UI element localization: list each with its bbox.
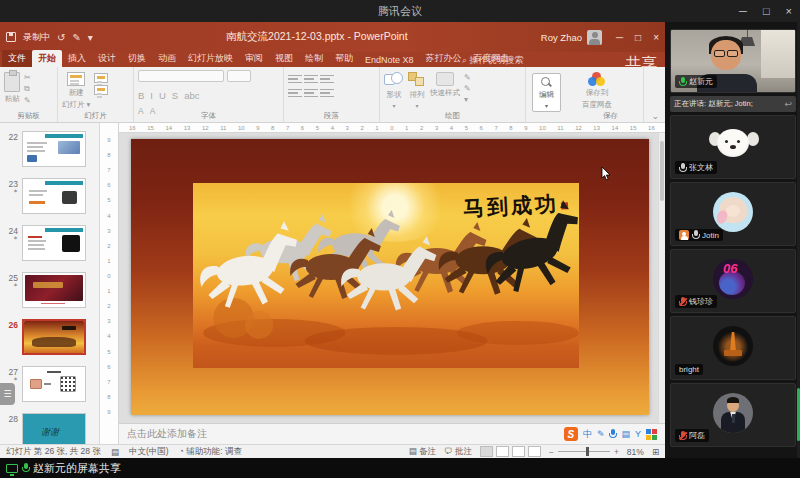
save-icon[interactable] bbox=[6, 32, 16, 42]
ime-toolbox-icon[interactable] bbox=[646, 429, 657, 440]
slide-sorter-view-button[interactable] bbox=[496, 446, 509, 457]
fit-slide-icon[interactable]: ⊞ bbox=[652, 447, 659, 457]
ribbon-tab[interactable]: 审阅 bbox=[239, 50, 269, 67]
tell-me-search[interactable]: ⌕ 操作说明搜索 bbox=[462, 54, 524, 67]
thumbnail-row-27[interactable]: 27✶ bbox=[4, 366, 99, 402]
maximize-button[interactable]: □ bbox=[763, 5, 770, 17]
accessibility-status[interactable]: ◔ 辅助功能: 调查 bbox=[179, 446, 242, 458]
font-name-input[interactable] bbox=[138, 70, 224, 82]
pen-icon[interactable]: ✎ bbox=[72, 32, 80, 43]
font-style-button[interactable]: I bbox=[150, 90, 153, 101]
ribbon-tab[interactable]: 动画 bbox=[152, 50, 182, 67]
collapse-ribbon-icon[interactable]: ⌄ bbox=[651, 111, 659, 121]
undo-icon[interactable]: ↺ bbox=[57, 32, 65, 43]
align-left-icon[interactable] bbox=[288, 87, 302, 99]
new-slide-button[interactable]: 新建 幻灯片 ▾ bbox=[62, 70, 90, 110]
slide-thumbnail-panel[interactable]: 22 23✶ bbox=[0, 123, 100, 444]
shapes-button[interactable]: 形状 ▾ bbox=[384, 70, 404, 109]
minimize-button[interactable]: ─ bbox=[739, 5, 747, 17]
thumbnail-row-24[interactable]: 24✶ bbox=[4, 225, 99, 261]
canvas-scrollbar[interactable] bbox=[658, 133, 665, 423]
arrange-button[interactable]: 排列 ▾ bbox=[408, 70, 426, 109]
ribbon-tab[interactable]: 幻灯片放映 bbox=[182, 50, 239, 67]
reset-icon[interactable] bbox=[94, 85, 108, 95]
ppt-minimize-button[interactable]: ─ bbox=[616, 32, 623, 43]
customize-caret-icon[interactable]: ▾ bbox=[88, 32, 93, 43]
ribbon-tab[interactable]: EndNote X8 bbox=[359, 53, 420, 67]
ime-pen-icon[interactable]: ✎ bbox=[597, 429, 605, 439]
ribbon-tab[interactable]: 视图 bbox=[269, 50, 299, 67]
ribbon-tab[interactable]: 插入 bbox=[62, 50, 92, 67]
zoom-level[interactable]: 81% bbox=[627, 447, 644, 457]
zoom-slider-thumb[interactable] bbox=[586, 447, 589, 456]
participant-tile[interactable]: 张文林 bbox=[670, 115, 796, 179]
font-style-button[interactable]: abc bbox=[184, 90, 199, 101]
comments-toggle-button[interactable]: 🗩 批注 bbox=[444, 446, 472, 458]
ribbon-tab[interactable]: 设计 bbox=[92, 50, 122, 67]
thumbnail-row-23[interactable]: 23✶ bbox=[4, 178, 99, 214]
sogou-ime-toolbar[interactable]: S 中 ✎ ▤ Y bbox=[564, 427, 657, 441]
side-panel-handle[interactable]: ☰ bbox=[0, 383, 15, 405]
normal-view-button[interactable] bbox=[480, 446, 493, 457]
ribbon-tab[interactable]: 切换 bbox=[122, 50, 152, 67]
font-style-button[interactable]: S bbox=[172, 90, 178, 101]
thumbnail-row-28[interactable]: 28 谢谢 bbox=[4, 413, 99, 444]
thumbnail-row-22[interactable]: 22 bbox=[4, 131, 99, 167]
participant-tile[interactable]: 阿磊 bbox=[670, 383, 796, 447]
thumbnail-row-26-selected[interactable]: 26 bbox=[4, 319, 99, 355]
cut-icon[interactable]: ✂ bbox=[24, 73, 31, 82]
slide-23-thumbnail[interactable] bbox=[22, 178, 86, 214]
ime-mic-icon[interactable] bbox=[609, 429, 616, 439]
indent-icon[interactable] bbox=[320, 73, 334, 85]
close-button[interactable]: × bbox=[786, 5, 792, 17]
align-center-icon[interactable] bbox=[304, 87, 318, 99]
layout-icon[interactable] bbox=[94, 73, 108, 83]
reply-arrow-icon[interactable]: ↩ bbox=[784, 99, 792, 109]
thumbnail-row-25[interactable]: 25✶ bbox=[4, 272, 99, 308]
slide-27-thumbnail[interactable] bbox=[22, 366, 86, 402]
horses-photo[interactable]: 马到成功 bbox=[193, 183, 579, 368]
font-style-button[interactable]: B bbox=[138, 90, 144, 101]
participant-tile[interactable]: Jotin bbox=[670, 182, 796, 246]
slide-25-thumbnail[interactable] bbox=[22, 272, 86, 308]
notes-toggle-button[interactable]: ▤ 备注 bbox=[409, 446, 436, 458]
ime-skin-icon[interactable]: Y bbox=[635, 429, 641, 439]
shape-outline-icon[interactable]: ✎ bbox=[464, 84, 471, 93]
ribbon-tab[interactable]: 苏打办公 bbox=[420, 50, 468, 67]
participant-tile[interactable]: 06 钱珍珍 bbox=[670, 249, 796, 313]
slide-canvas[interactable]: 马到成功 bbox=[119, 133, 665, 423]
quick-styles-button[interactable]: 快速样式 bbox=[430, 70, 460, 98]
columns-icon[interactable] bbox=[320, 87, 334, 99]
notes-placeholder[interactable]: 点击此处添加备注 bbox=[127, 427, 207, 441]
language-status[interactable]: 中文(中国) bbox=[129, 446, 169, 458]
save-to-baidu-button[interactable]: 保存到 百度网盘 bbox=[582, 70, 612, 110]
slide-26[interactable]: 马到成功 bbox=[131, 139, 649, 415]
slide-22-thumbnail[interactable] bbox=[22, 131, 86, 167]
reading-view-button[interactable] bbox=[512, 446, 525, 457]
ime-chinese-mode-icon[interactable]: 中 bbox=[583, 428, 592, 441]
sogou-logo-icon[interactable]: S bbox=[564, 427, 578, 441]
slideshow-view-button[interactable] bbox=[528, 446, 541, 457]
shape-effects-icon[interactable]: ▾ bbox=[464, 95, 471, 104]
participant-tile-video[interactable]: 赵新元 bbox=[670, 29, 796, 93]
participant-tile[interactable]: bright bbox=[670, 316, 796, 380]
zoom-slider[interactable]: − + bbox=[549, 447, 619, 457]
ribbon-tab[interactable]: 绘制 bbox=[299, 50, 329, 67]
paste-button[interactable]: 粘贴 bbox=[4, 70, 20, 104]
share-button[interactable]: 共享 bbox=[625, 54, 657, 65]
slide-28-thumbnail[interactable]: 谢谢 bbox=[22, 413, 86, 444]
format-painter-icon[interactable]: ✎ bbox=[24, 96, 31, 105]
notes-bar[interactable]: 点击此处添加备注 S 中 ✎ ▤ Y bbox=[119, 423, 665, 444]
ime-keyboard-icon[interactable]: ▤ bbox=[621, 429, 630, 439]
font-style-button[interactable]: U bbox=[159, 90, 166, 101]
font-size-input[interactable] bbox=[227, 70, 251, 82]
ribbon-tab[interactable]: 文件 bbox=[2, 50, 32, 67]
bullets-icon[interactable] bbox=[288, 73, 302, 85]
zoom-in-icon[interactable]: + bbox=[614, 447, 619, 457]
ribbon-tab[interactable]: 帮助 bbox=[329, 50, 359, 67]
ribbon-tab[interactable]: 开始 bbox=[32, 50, 62, 67]
slide-26-thumbnail[interactable] bbox=[22, 319, 86, 355]
shape-fill-icon[interactable]: ✎ bbox=[464, 73, 471, 82]
copy-icon[interactable]: ⧉ bbox=[24, 84, 31, 94]
slide-24-thumbnail[interactable] bbox=[22, 225, 86, 261]
